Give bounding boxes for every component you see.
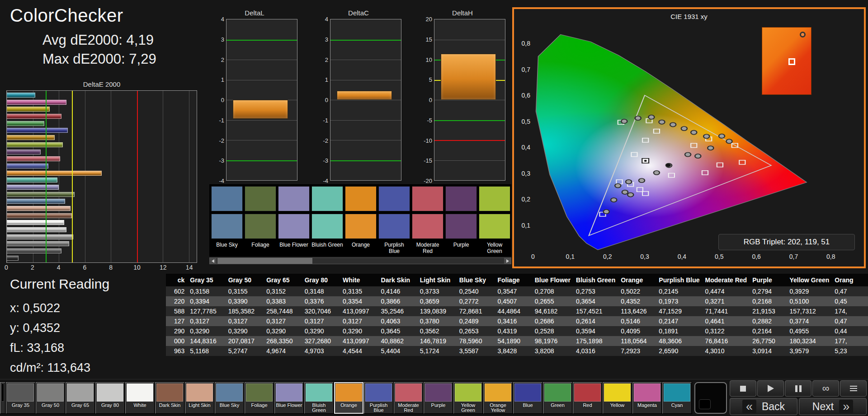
x-tick-label: 0,3 — [640, 253, 649, 260]
measured-swatch — [445, 186, 477, 211]
gridline — [226, 120, 297, 121]
table-cell: 4,9674 — [264, 346, 302, 356]
patch-button-orange[interactable]: Orange — [334, 382, 363, 414]
patch-toolbar: Gray 35Gray 50Gray 65Gray 80WhiteDark Sk… — [0, 379, 868, 416]
patch-button-purplish-blue[interactable]: Purplish Blue — [364, 382, 393, 414]
table-cell: 5,2747 — [226, 346, 264, 356]
chart-title: DeltaL — [212, 9, 297, 19]
patch-button-blue[interactable]: Blue — [513, 382, 542, 414]
patch-button-foliage[interactable]: Foliage — [245, 382, 274, 414]
page-title: ColorChecker — [10, 5, 200, 26]
patch-button-bluish-green[interactable]: Bluish Green — [304, 382, 334, 414]
swatch-label: Yellow Green — [479, 241, 510, 255]
patch-button-gray-65[interactable]: Gray 65 — [66, 382, 95, 414]
reference-line — [330, 40, 401, 41]
table-cell: 4,4544 — [340, 346, 378, 356]
patch-color — [97, 383, 123, 402]
column-header-light-skin: Light Skin — [417, 274, 457, 286]
patch-preview-icon — [699, 399, 711, 409]
gridline — [226, 140, 297, 140]
patch-button-gray-80[interactable]: Gray 80 — [95, 382, 125, 414]
patch-button-moderate-red[interactable]: Moderate Red — [394, 382, 423, 414]
table-cell: 0,3152 — [264, 286, 302, 296]
patch-button-purple[interactable]: Purple — [424, 382, 453, 414]
nav-button-row: « Back Next » — [730, 398, 868, 415]
patch-button-dark-skin[interactable]: Dark Skin — [155, 382, 184, 414]
scroll-left-icon[interactable] — [210, 258, 217, 264]
patch-button-blue-sky[interactable]: Blue Sky — [215, 382, 244, 414]
swatch-label: Purple — [445, 241, 477, 255]
stop-button[interactable] — [730, 380, 756, 397]
patch-button-black[interactable] — [0, 382, 5, 414]
patch-color — [425, 383, 452, 402]
table-cell: 35,2546 — [378, 306, 417, 316]
back-label: Back — [762, 401, 785, 413]
patch-color — [127, 383, 153, 402]
patch-label: Purplish Blue — [364, 402, 393, 413]
swatch-column-purplish-blue: Purplish Blue — [378, 186, 410, 255]
patch-color — [1, 383, 4, 402]
current-reading: Current Reading x: 0,5022 y: 0,4352 fL: … — [10, 276, 109, 378]
next-button[interactable]: Next » — [799, 398, 867, 415]
table-cell: 48,3606 — [656, 336, 702, 346]
reading-fl: fL: 33,168 — [10, 338, 109, 358]
patch-button-gray-50[interactable]: Gray 50 — [36, 382, 65, 414]
table-cell: 220 — [166, 296, 187, 306]
patch-button-yellow[interactable]: Yellow — [603, 382, 632, 414]
patch-button-blue-flower[interactable]: Blue Flower — [274, 382, 304, 414]
swatch-column-purple: Purple — [445, 186, 477, 255]
y-tick-label: -5 — [427, 117, 432, 123]
pause-button[interactable] — [785, 380, 811, 397]
table-cell: 76,8416 — [703, 336, 750, 346]
patch-button-green[interactable]: Green — [543, 382, 572, 414]
patch-button-cyan[interactable]: Cyan — [662, 382, 692, 414]
scroll-right-icon[interactable] — [504, 258, 511, 264]
measured-point — [719, 134, 725, 138]
y-tick-label: -20 — [424, 178, 432, 184]
reading-cdm2: cd/m²: 113,643 — [10, 358, 109, 378]
table-cell: 26,7750 — [750, 336, 787, 346]
patch-label: Magenta — [633, 402, 661, 408]
patch-preview-window[interactable] — [694, 382, 727, 414]
table-cell: 4,3010 — [703, 346, 750, 356]
x-tick-label: 0,8 — [826, 253, 835, 260]
table-cell: 7,2923 — [618, 346, 656, 356]
patch-button-red[interactable]: Red — [573, 382, 602, 414]
list-button[interactable] — [840, 380, 867, 397]
scrollbar-thumb[interactable] — [217, 258, 312, 264]
patch-button-light-skin[interactable]: Light Skin — [185, 382, 214, 414]
swatch-scrollbar[interactable] — [209, 257, 511, 264]
measured-point — [635, 116, 641, 120]
column-header-moderate-red: Moderate Red — [703, 274, 750, 286]
patch-label: White — [126, 402, 154, 408]
patch-button-gray-35[interactable]: Gray 35 — [6, 382, 35, 414]
y-axis-labels: 43210-1-2-3-4 — [316, 19, 330, 181]
table-cell: 0,3659 — [417, 296, 457, 306]
back-button[interactable]: « Back — [730, 398, 797, 415]
column-header-purple: Purple — [750, 274, 787, 286]
play-button[interactable] — [757, 380, 784, 397]
current-reading-title: Current Reading — [10, 276, 109, 292]
chart-deltah: DeltaH20151050-5-10-15-20 — [420, 9, 505, 181]
patch-button-white[interactable]: White — [125, 382, 155, 414]
patch-button-magenta[interactable]: Magenta — [632, 382, 662, 414]
column-header-gray-35: Gray 35 — [187, 274, 225, 286]
deltae-bar-blue-sky — [7, 199, 65, 204]
table-cell: 185,3582 — [226, 306, 264, 316]
patch-button-yellow-green[interactable]: Yellow Green — [453, 382, 483, 414]
table-cell: 177, — [832, 336, 868, 346]
table-cell: 146,7819 — [417, 336, 457, 346]
table-cell: 0,3127 — [340, 316, 378, 326]
infinity-button[interactable]: ∞ — [812, 380, 839, 397]
table-cell: 3,8428 — [495, 346, 532, 356]
cie-y-axis: 0,80,70,60,50,40,30,20,1 — [516, 23, 531, 251]
patch-button-orange-yellow[interactable]: Orange Yellow — [483, 382, 513, 414]
deltae2000-chart: DeltaE 2000 02468101214 — [6, 80, 197, 274]
table-cell: 5,23 — [832, 346, 868, 356]
reference-swatch — [445, 214, 477, 239]
table-cell: 94,6182 — [532, 306, 573, 316]
reference-line — [226, 40, 297, 41]
next-arrow-icon: » — [839, 400, 853, 413]
table-cell: 2,6590 — [656, 346, 702, 356]
swatch-label: Foliage — [245, 241, 276, 255]
